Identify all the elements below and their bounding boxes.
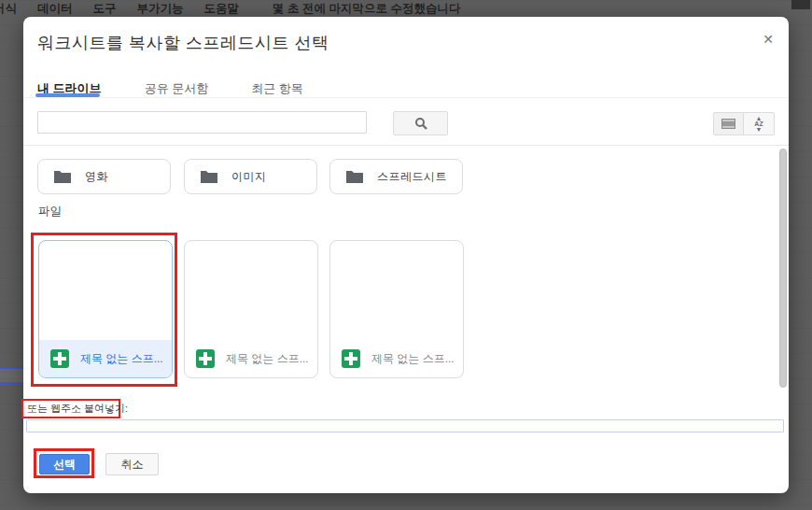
file-title: 제목 없는 스프...	[371, 351, 455, 367]
menu-item-tools: 도구	[93, 1, 117, 17]
menu-item-help: 도움말	[204, 1, 240, 17]
cancel-button[interactable]: 취소	[105, 453, 159, 475]
tab-shared-with-me[interactable]: 공유 문서함	[145, 75, 209, 110]
tab-my-drive[interactable]: 내 드라이브	[37, 75, 102, 110]
folder-label: 이미지	[231, 169, 267, 185]
paste-url-input[interactable]	[26, 419, 784, 432]
view-toggle-group: ▲ AZ ▼	[713, 112, 775, 135]
drive-content-area: 영화 이미지 스프레드시트 파일 제목 없는 스프... 제목 없는 스프...	[23, 146, 789, 397]
file-card[interactable]: 제목 없는 스프...	[184, 240, 318, 378]
content-scrollbar[interactable]	[779, 149, 787, 388]
tab-separator	[23, 97, 789, 98]
file-card-footer: 제목 없는 스프...	[330, 340, 463, 377]
sort-az-button[interactable]: ▲ AZ ▼	[744, 112, 775, 135]
folder-icon	[200, 169, 218, 184]
menu-item-format: 서식	[0, 1, 17, 17]
file-card-footer: 제목 없는 스프...	[39, 340, 172, 377]
list-view-button[interactable]	[713, 112, 744, 135]
folder-icon	[345, 169, 364, 184]
background-selected-cell	[0, 367, 25, 384]
search-button[interactable]	[393, 111, 448, 135]
folder-item-movies[interactable]: 영화	[37, 159, 171, 194]
file-title: 제목 없는 스프...	[226, 351, 309, 367]
select-button[interactable]: 선택	[39, 454, 90, 475]
sort-az-icon: ▲ AZ ▼	[754, 116, 763, 133]
folder-label: 스프레드시트	[377, 169, 447, 185]
spreadsheet-picker-dialog: 워크시트를 복사할 스프레드시트 선택 ✕ 내 드라이브 공유 문서함 최근 항…	[23, 17, 789, 493]
sheets-file-icon	[50, 349, 69, 368]
files-section-label: 파일	[38, 204, 62, 220]
menu-item-addons: 부가기능	[137, 1, 184, 17]
close-icon[interactable]: ✕	[759, 30, 777, 49]
tab-recent[interactable]: 최근 항목	[251, 75, 303, 110]
last-edited-status: 몇 초 전에 마지막으로 수정했습니다	[273, 1, 460, 17]
file-card-selected[interactable]: 제목 없는 스프...	[38, 240, 173, 378]
folder-label: 영화	[85, 169, 108, 185]
folder-icon	[53, 169, 72, 184]
file-card[interactable]: 제목 없는 스프...	[329, 240, 464, 378]
folder-item-spreadsheets[interactable]: 스프레드시트	[329, 159, 463, 194]
background-menubar: 서식 데이터 도구 부가기능 도움말 몇 초 전에 마지막으로 수정했습니다	[0, 1, 812, 16]
search-row: ▲ AZ ▼	[37, 111, 775, 135]
sheets-file-icon	[196, 349, 215, 368]
list-view-icon	[721, 119, 735, 129]
file-card-footer: 제목 없는 스프...	[185, 340, 317, 377]
folder-item-images[interactable]: 이미지	[184, 159, 317, 194]
paste-url-label: 또는 웹주소 붙여넣기:	[27, 402, 128, 416]
drive-tabs: 내 드라이브 공유 문서함 최근 항목	[37, 75, 346, 110]
search-icon	[414, 117, 427, 130]
dialog-title: 워크시트를 복사할 스프레드시트 선택	[37, 32, 329, 54]
search-input[interactable]	[37, 111, 367, 134]
background-corner-strip	[791, 0, 810, 9]
file-title: 제목 없는 스프...	[80, 351, 163, 367]
sheets-file-icon	[342, 349, 360, 368]
menu-item-data: 데이터	[37, 1, 73, 17]
